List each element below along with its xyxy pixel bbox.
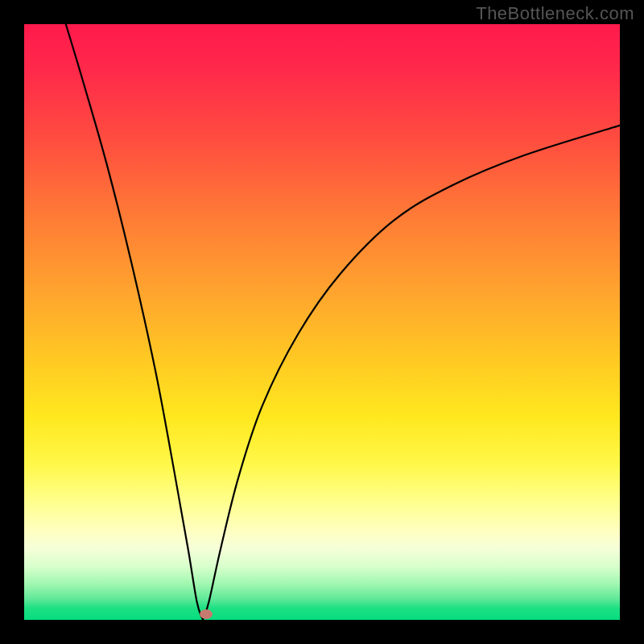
watermark: TheBottleneck.com <box>476 3 634 24</box>
optimal-point-marker <box>200 609 213 619</box>
bottleneck-curve <box>24 24 620 620</box>
plot-area <box>24 24 620 620</box>
